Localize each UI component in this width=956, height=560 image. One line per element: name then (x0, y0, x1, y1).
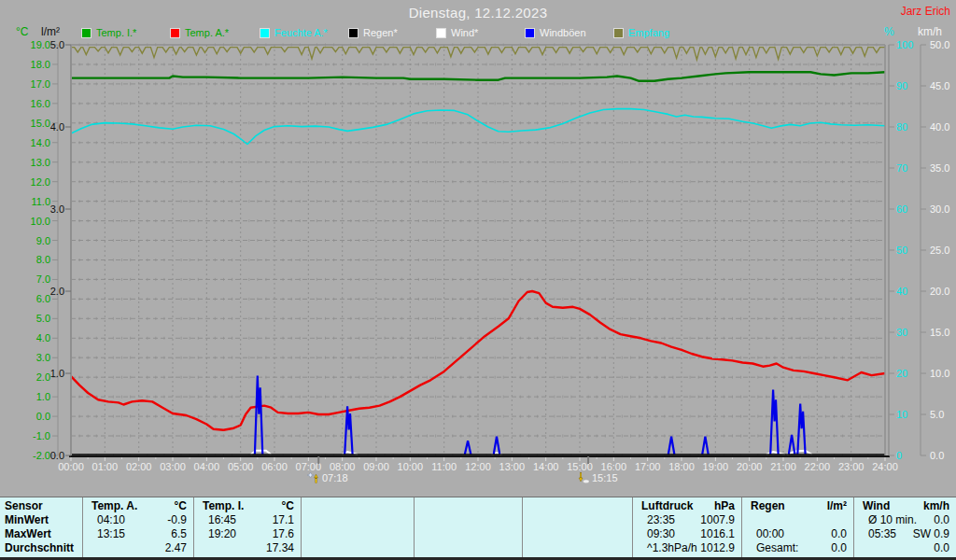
stat-cell-value: 0.0 (934, 513, 949, 527)
y-tick-label-pct: 100 (896, 39, 913, 50)
x-tick-label: 05:00 (228, 461, 254, 472)
y-tick-label-rain: 1.0 (50, 368, 64, 379)
stats-row: 04:10-0.9 (83, 513, 193, 527)
y-tick-label-kmh: 25.0 (930, 245, 949, 256)
series-windböen-line (770, 390, 778, 455)
stat-cell-value: -0.9 (167, 513, 187, 527)
stat-cell-value: 17.6 (273, 527, 294, 541)
x-tick-label: 07:00 (296, 461, 322, 472)
stats-row (742, 513, 853, 527)
stats-row: 13:156.5 (83, 527, 193, 541)
stats-column-header: Temp. I.°C (194, 499, 301, 513)
stats-row: Gesamt:0.0 (742, 541, 853, 555)
y-tick-label-temp: 10.0 (31, 216, 50, 227)
y-tick-label-kmh: 35.0 (930, 162, 949, 174)
x-tick-label: 23:00 (838, 461, 865, 472)
stats-column-luftdruck: LuftdruckhPa23:351007.909:301016.1^1.3hP… (632, 497, 741, 558)
stat-cell-value: 17.34 (266, 541, 294, 555)
y-tick-label-kmh: 40.0 (930, 121, 949, 133)
stat-cell-time: 16:45 (208, 513, 236, 527)
stats-column-empty-1 (301, 497, 414, 558)
y-tick-label-kmh: 15.0 (930, 327, 949, 338)
stat-cell-time: 00:00 (756, 527, 784, 541)
series-empfang-line (71, 48, 885, 60)
stats-column-header (302, 499, 414, 513)
series-windböen-line (344, 406, 352, 455)
x-tick-label: 01:00 (92, 461, 119, 472)
series-windböen-line (702, 437, 709, 455)
stats-column-empty-3 (522, 497, 632, 558)
x-tick-label: 21:00 (770, 461, 796, 472)
stats-column-header (415, 499, 522, 513)
y-tick-label-temp: 5.0 (36, 313, 50, 324)
y-tick-label-kmh: 5.0 (930, 409, 944, 420)
y-tick-label-temp: -2.0 (33, 450, 50, 461)
y-tick-label-temp: 6.0 (36, 293, 50, 304)
stats-column-empty-2 (414, 497, 522, 558)
series-windböen-line (789, 435, 795, 455)
stat-cell-time: 09:30 (647, 527, 675, 541)
y-tick-label-rain: 4.0 (50, 121, 64, 133)
series-windböen-line (255, 376, 262, 455)
stats-column-regen: Regenl/m²00:000.0Gesamt:0.0 (741, 497, 853, 558)
stat-cell-value: 0.0 (934, 541, 949, 555)
x-tick-label: 18:00 (668, 461, 695, 472)
stat-cell-time: ^1.3hPa/h (647, 541, 697, 555)
x-tick-label: 02:00 (126, 461, 152, 472)
x-tick-label: 17:00 (635, 461, 661, 472)
y-tick-label-temp: 11.0 (31, 196, 50, 207)
sunrise-time: 07:18 (322, 472, 348, 483)
series-windböen-line (797, 404, 805, 455)
stat-cell-value: 1012.9 (700, 541, 735, 555)
stats-row: 16:4517.1 (194, 513, 301, 527)
stat-cell-value: 1016.1 (700, 527, 735, 541)
stat-cell-time: 04:10 (97, 513, 125, 527)
stats-table: SensorMinWertMaxWertDurchschnittTemp. A.… (0, 497, 956, 558)
y-tick-label-temp: 17.0 (31, 78, 50, 90)
stat-cell-time: 23:35 (647, 513, 675, 527)
y-tick-label-rain: 0.0 (50, 450, 64, 461)
stat-cell-value: SW 0.9 (913, 527, 949, 541)
sunset-marker: 15:15 (577, 472, 618, 483)
stats-row (302, 527, 414, 541)
y-tick-label-kmh: 0.0 (930, 450, 944, 461)
stats-row (415, 527, 522, 541)
stat-cell-value: 17.1 (273, 513, 294, 527)
stats-column-title: Temp. A. (91, 499, 137, 513)
stat-cell-time: Ø 10 min. (868, 513, 917, 527)
y-tick-label-pct: 50 (896, 245, 907, 256)
y-tick-label-temp: 14.0 (31, 137, 50, 148)
stats-row: 0.0 (854, 541, 956, 555)
stats-column-title: Wind (863, 499, 890, 513)
stats-row: ^1.3hPa/h1012.9 (633, 541, 741, 555)
stats-column-temp-a: Temp. A.°C04:10-0.913:156.52.47 (82, 497, 193, 558)
y-tick-label-pct: 70 (896, 162, 907, 174)
y-tick-label-temp: 7.0 (36, 273, 50, 285)
stats-column-header: Windkm/h (854, 499, 956, 513)
y-tick-label-temp: 2.0 (36, 371, 50, 383)
x-tick-label: 10:00 (398, 461, 424, 472)
x-tick-label: 12:00 (465, 461, 491, 472)
stats-row (415, 513, 522, 527)
stats-row: 05:35SW 0.9 (854, 527, 956, 541)
weather-chart[interactable]: 19.018.017.016.015.014.013.012.011.010.0… (0, 0, 956, 495)
stat-cell-time: 13:15 (97, 527, 125, 541)
x-tick-label: 24:00 (872, 461, 898, 472)
stat-cell-value: 0.0 (831, 541, 847, 555)
stats-row-label: Sensor (0, 499, 82, 513)
stats-row: 09:301016.1 (633, 527, 741, 541)
y-tick-label-kmh: 20.0 (930, 286, 949, 297)
stats-row: 00:000.0 (742, 527, 853, 541)
stats-row: 2.47 (83, 541, 193, 555)
stat-cell-time: Gesamt: (756, 541, 798, 555)
y-tick-label-kmh: 10.0 (930, 368, 949, 379)
stats-row-label: Durchschnitt (0, 541, 82, 555)
y-tick-label-temp: 9.0 (36, 235, 50, 246)
x-tick-label: 16:00 (601, 461, 627, 472)
y-tick-label-pct: 60 (896, 203, 907, 215)
y-tick-label-pct: 30 (896, 327, 907, 338)
stats-row: 19:2017.6 (194, 527, 301, 541)
y-tick-label-temp: 3.0 (36, 352, 50, 363)
stat-cell-time: 05:35 (868, 527, 896, 541)
stats-row (523, 513, 632, 527)
